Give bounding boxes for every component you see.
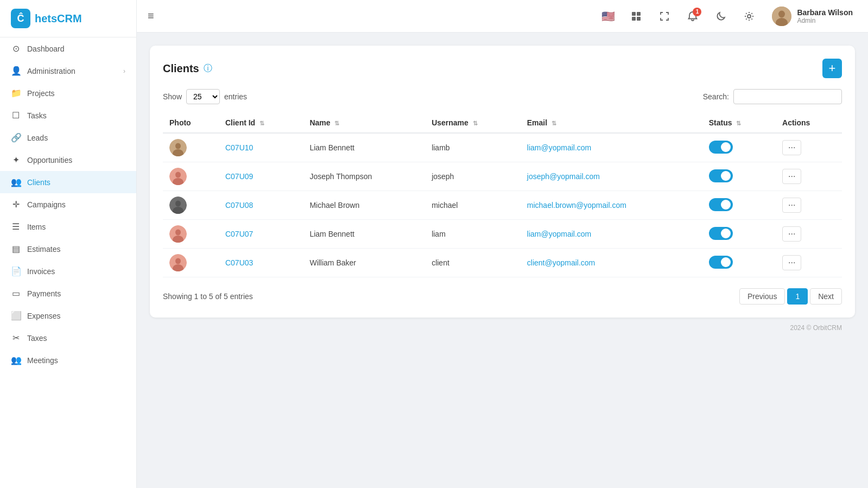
avatar: [772, 7, 791, 26]
sidebar-nav: ⊙ Dashboard 👤 Administration › 📁 Project…: [0, 37, 136, 371]
sidebar-item-meetings[interactable]: 👥 Meetings: [0, 349, 136, 371]
language-selector[interactable]: 🇺🇸: [598, 7, 618, 26]
sort-icon: ⇅: [473, 120, 478, 126]
sidebar-item-expenses[interactable]: ⬜ Expenses: [0, 305, 136, 327]
clients-table: Photo Client Id ⇅ Name ⇅ Username ⇅: [163, 113, 842, 277]
table-row: C07U03 William Baker client client@yopma…: [163, 249, 842, 277]
col-username[interactable]: Username ⇅: [425, 113, 521, 133]
row-actions-button[interactable]: ···: [782, 226, 801, 242]
dark-mode-button[interactable]: [711, 7, 731, 26]
tasks-icon: ☐: [11, 110, 21, 121]
cell-actions: ···: [776, 162, 842, 191]
logo-text: hetsCRM: [35, 12, 82, 25]
cell-photo: [163, 220, 219, 249]
sidebar-item-clients[interactable]: 👥 Clients: [0, 171, 136, 193]
page-1-button[interactable]: 1: [787, 288, 808, 305]
chevron-right-icon: ›: [123, 67, 125, 75]
copyright-text: 2024 © OrbitCRM: [790, 324, 842, 332]
status-toggle[interactable]: [709, 198, 733, 211]
status-toggle[interactable]: [709, 227, 733, 240]
gear-icon: [744, 11, 755, 22]
sidebar-item-items[interactable]: ☰ Items: [0, 216, 136, 238]
sort-icon: ⇅: [259, 120, 264, 126]
row-actions-button[interactable]: ···: [782, 169, 801, 184]
apps-button[interactable]: [626, 7, 646, 26]
info-icon[interactable]: ⓘ: [204, 63, 212, 74]
sidebar-item-dashboard[interactable]: ⊙ Dashboard: [0, 37, 136, 60]
sidebar-item-opportunities[interactable]: ✦ Opportunities: [0, 149, 136, 171]
next-page-button[interactable]: Next: [810, 288, 842, 305]
client-id-link[interactable]: C07U03: [225, 258, 253, 267]
status-toggle[interactable]: [709, 256, 733, 269]
cell-client-id: C07U09: [219, 162, 303, 191]
email-link[interactable]: liam@yopmail.com: [527, 230, 591, 238]
cell-name: Liam Bennett: [303, 220, 425, 249]
col-status[interactable]: Status ⇅: [702, 113, 776, 133]
row-actions-button[interactable]: ···: [782, 140, 801, 155]
client-id-link[interactable]: C07U07: [225, 230, 253, 238]
main-area: ≡ 🇺🇸 1: [137, 0, 868, 488]
sidebar-item-tasks[interactable]: ☐ Tasks: [0, 104, 136, 126]
sort-icon: ⇅: [736, 120, 741, 126]
col-email[interactable]: Email ⇅: [521, 113, 702, 133]
cell-photo: [163, 133, 219, 162]
user-name: Barbara Wilson: [797, 8, 853, 17]
logo-area[interactable]: Ĉ hetsCRM: [0, 0, 136, 37]
email-link[interactable]: joseph@yopmail.com: [527, 172, 600, 181]
menu-toggle-button[interactable]: ≡: [148, 10, 154, 22]
sidebar-item-label: Opportunities: [27, 156, 72, 164]
svg-point-12: [175, 172, 181, 178]
email-link[interactable]: client@yopmail.com: [527, 258, 595, 267]
status-toggle[interactable]: [709, 169, 733, 182]
fullscreen-button[interactable]: [655, 7, 674, 26]
notifications-button[interactable]: 1: [683, 7, 702, 26]
settings-button[interactable]: [739, 7, 759, 26]
cell-name: Joseph Thompson: [303, 162, 425, 191]
email-link[interactable]: liam@yopmail.com: [527, 143, 591, 152]
table-row: C07U07 Liam Bennett liam liam@yopmail.co…: [163, 220, 842, 249]
sidebar-item-label: Clients: [27, 178, 50, 187]
status-toggle[interactable]: [709, 141, 733, 154]
row-actions-button[interactable]: ···: [782, 255, 801, 270]
sidebar-item-invoices[interactable]: 📄 Invoices: [0, 260, 136, 282]
email-link[interactable]: michael.brown@yopmail.com: [527, 201, 626, 210]
client-id-link[interactable]: C07U10: [225, 143, 253, 152]
client-id-link[interactable]: C07U09: [225, 172, 253, 181]
client-id-link[interactable]: C07U08: [225, 201, 253, 210]
sidebar-item-label: Taxes: [27, 334, 47, 343]
search-input[interactable]: [733, 89, 842, 104]
sidebar-item-label: Leads: [27, 134, 48, 142]
sidebar-item-administration[interactable]: 👤 Administration ›: [0, 60, 136, 82]
sidebar-item-payments[interactable]: ▭ Payments: [0, 282, 136, 305]
cell-status: [702, 133, 776, 162]
sidebar-item-projects[interactable]: 📁 Projects: [0, 82, 136, 104]
user-info: Barbara Wilson Admin: [797, 8, 853, 24]
svg-rect-3: [637, 17, 641, 21]
user-menu[interactable]: Barbara Wilson Admin: [768, 4, 857, 28]
previous-page-button[interactable]: Previous: [739, 288, 785, 305]
col-client-id[interactable]: Client Id ⇅: [219, 113, 303, 133]
meetings-icon: 👥: [11, 355, 21, 365]
sidebar-item-leads[interactable]: 🔗 Leads: [0, 126, 136, 149]
add-client-button[interactable]: +: [822, 59, 842, 78]
cell-email: michael.brown@yopmail.com: [521, 191, 702, 220]
entries-per-page-select[interactable]: 25 10 50 100: [186, 89, 220, 104]
col-name[interactable]: Name ⇅: [303, 113, 425, 133]
table-controls: Show 25 10 50 100 entries Search:: [163, 89, 842, 104]
sidebar-item-estimates[interactable]: ▤ Estimates: [0, 238, 136, 260]
cell-email: liam@yopmail.com: [521, 220, 702, 249]
svg-point-4: [747, 15, 751, 18]
sidebar-item-taxes[interactable]: ✂ Taxes: [0, 327, 136, 349]
flag-icon: 🇺🇸: [601, 10, 615, 23]
cell-email: liam@yopmail.com: [521, 133, 702, 162]
cell-actions: ···: [776, 249, 842, 277]
notification-badge: 1: [693, 8, 701, 16]
cell-photo: [163, 249, 219, 277]
row-actions-button[interactable]: ···: [782, 198, 801, 213]
cell-client-id: C07U08: [219, 191, 303, 220]
sidebar-item-campaigns[interactable]: ✛ Campaigns: [0, 193, 136, 216]
svg-point-6: [778, 10, 785, 17]
page-title: Clients: [163, 62, 199, 75]
sidebar-item-label: Expenses: [27, 312, 60, 320]
sidebar: Ĉ hetsCRM ⊙ Dashboard 👤 Administration ›…: [0, 0, 137, 488]
